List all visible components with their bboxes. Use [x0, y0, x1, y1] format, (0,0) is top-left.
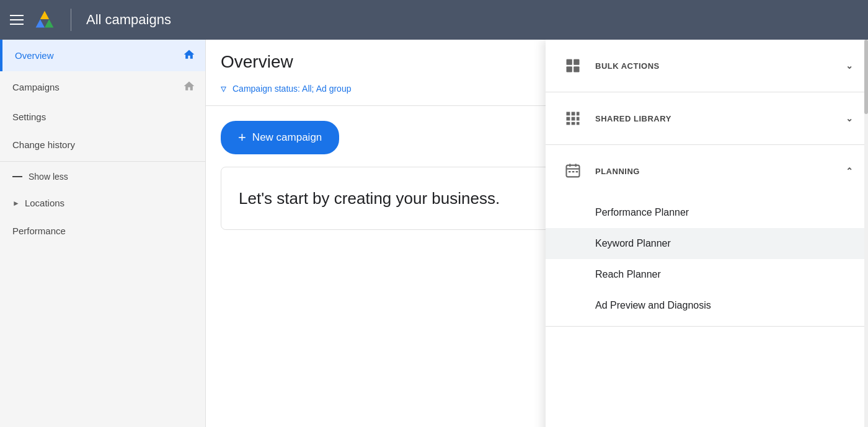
overview-label: Overview — [15, 50, 54, 61]
header-divider — [71, 9, 71, 31]
svg-rect-14 — [567, 122, 570, 125]
svg-rect-21 — [569, 171, 571, 172]
svg-rect-13 — [577, 117, 580, 121]
sidebar-item-campaigns[interactable]: Campaigns — [0, 71, 205, 103]
bulk-actions-icon — [560, 53, 585, 78]
planning-label: PLANNING — [595, 167, 836, 176]
sidebar-item-change-history[interactable]: Change history — [0, 131, 205, 159]
svg-rect-5 — [574, 59, 579, 65]
sidebar-divider — [0, 161, 205, 162]
svg-rect-15 — [572, 122, 575, 125]
planning-header[interactable]: PLANNING ⌃ — [546, 145, 868, 197]
sidebar-item-locations[interactable]: ► Locations — [0, 189, 205, 217]
sidebar-item-settings[interactable]: Settings — [0, 103, 205, 131]
keyword-planner-label: Keyword Planner — [595, 238, 671, 249]
body: › Overview Campaigns Settings — [0, 40, 868, 427]
shared-library-header[interactable]: SHARED LIBRARY ⌄ — [546, 92, 868, 144]
campaigns-home-icon — [183, 80, 195, 94]
planning-icon — [560, 159, 585, 183]
planning-chevron: ⌃ — [846, 166, 853, 176]
dropdown-overlay: BULK ACTIONS ⌄ — [546, 40, 868, 427]
svg-rect-23 — [576, 171, 578, 172]
svg-marker-3 — [45, 19, 53, 27]
bulk-actions-label: BULK ACTIONS — [595, 61, 836, 71]
bulk-actions-chevron: ⌄ — [846, 61, 853, 71]
performance-planner-item[interactable]: Performance Planner — [595, 197, 868, 228]
menu-icon[interactable] — [10, 15, 24, 25]
main-content: Overview ▿ Campaign status: All; Ad grou… — [206, 40, 868, 427]
show-less-label: Show less — [29, 172, 68, 182]
filter-text: Campaign status: All; Ad group — [232, 84, 351, 94]
new-campaign-label: New campaign — [252, 131, 322, 144]
svg-rect-8 — [567, 112, 570, 116]
shared-library-section: SHARED LIBRARY ⌄ — [546, 92, 868, 145]
bulk-actions-section: BULK ACTIONS ⌄ — [546, 40, 868, 92]
settings-label: Settings — [12, 112, 46, 122]
shared-library-chevron: ⌄ — [846, 113, 853, 123]
ad-preview-label: Ad Preview and Diagnosis — [595, 300, 711, 310]
svg-rect-11 — [567, 117, 570, 121]
logo-icon — [33, 9, 56, 31]
performance-label: Performance — [12, 226, 66, 236]
svg-marker-1 — [40, 11, 49, 20]
scrollbar-track — [864, 40, 868, 427]
logo — [33, 9, 56, 31]
reach-planner-item[interactable]: Reach Planner — [595, 259, 868, 290]
sidebar: › Overview Campaigns Settings — [0, 40, 206, 427]
shared-library-icon — [560, 106, 585, 131]
svg-rect-22 — [572, 171, 575, 172]
plus-icon: + — [238, 130, 246, 146]
reach-planner-label: Reach Planner — [595, 269, 661, 280]
planning-items: Performance Planner Keyword Planner Reac… — [546, 197, 868, 326]
svg-rect-6 — [567, 66, 572, 72]
svg-rect-4 — [567, 59, 572, 65]
svg-rect-10 — [577, 112, 580, 116]
header-title: All campaigns — [86, 12, 171, 28]
ad-preview-item[interactable]: Ad Preview and Diagnosis — [595, 290, 868, 321]
performance-planner-label: Performance Planner — [595, 207, 689, 218]
planning-section: PLANNING ⌃ Performance Planner Keyword P… — [546, 145, 868, 327]
locations-expand-arrow: ► — [12, 199, 20, 208]
scrollbar-thumb[interactable] — [864, 40, 868, 114]
svg-rect-7 — [574, 66, 579, 72]
svg-rect-16 — [577, 122, 580, 125]
svg-marker-2 — [36, 19, 45, 27]
show-less-button[interactable]: Show less — [0, 164, 205, 189]
new-campaign-button[interactable]: + New campaign — [221, 121, 339, 154]
sidebar-item-performance[interactable]: Performance — [0, 217, 205, 245]
shared-library-label: SHARED LIBRARY — [595, 114, 836, 123]
svg-rect-9 — [572, 112, 575, 116]
change-history-label: Change history — [12, 139, 75, 150]
locations-label: Locations — [25, 198, 64, 208]
sidebar-item-overview[interactable]: Overview — [0, 40, 205, 71]
show-less-dash — [12, 176, 22, 177]
svg-rect-12 — [572, 117, 575, 121]
home-icon — [183, 48, 195, 63]
campaigns-label: Campaigns — [12, 82, 60, 92]
header: All campaigns — [0, 0, 868, 40]
keyword-planner-item[interactable]: Keyword Planner — [546, 228, 868, 259]
filter-icon: ▿ — [221, 82, 226, 95]
bulk-actions-header[interactable]: BULK ACTIONS ⌄ — [546, 40, 868, 92]
